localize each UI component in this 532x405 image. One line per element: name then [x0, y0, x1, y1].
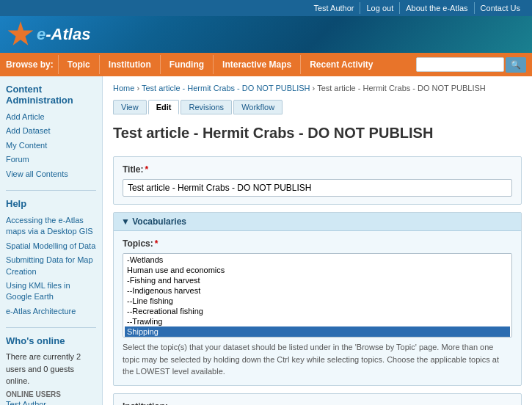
topics-help-text: Select the topic(s) that your dataset sh… [123, 341, 512, 378]
title-input[interactable] [123, 179, 512, 197]
breadcrumb-article[interactable]: Test article - Hermit Crabs - DO NOT PUB… [142, 84, 310, 92]
sidebar-divider-2 [6, 327, 96, 328]
online-user-1[interactable]: Test Author [6, 398, 96, 405]
breadcrumb-home[interactable]: Home [113, 84, 134, 92]
help-kml-link[interactable]: Using KML files in Google Earth [6, 279, 96, 304]
breadcrumb: Home › Test article - Hermit Crabs - DO … [113, 84, 522, 92]
content-area: Home › Test article - Hermit Crabs - DO … [103, 76, 532, 405]
title-label: Title:* [123, 164, 512, 175]
help-submit-data-link[interactable]: Submitting Data for Map Creation [6, 253, 96, 279]
logo-e: e [37, 25, 45, 43]
nav-institution[interactable]: Institution [99, 55, 160, 74]
main-layout: Content Administration Add Article Add D… [0, 76, 532, 405]
vocab-header[interactable]: ▼ Vocabularies [114, 213, 521, 231]
vocabularies-section: ▼ Vocabularies Topics:* --Sharks-Turtles… [113, 212, 522, 386]
page-title: Test article - Hermit Crabs - DO NOT PUB… [113, 125, 522, 146]
vocab-body: Topics:* --Sharks-Turtles-WetlandsHuman … [114, 231, 521, 385]
content-admin-title: Content Administration [6, 84, 96, 106]
header: e-Atlas [0, 16, 532, 53]
help-architecture-link[interactable]: e-Atlas Architecture [6, 304, 96, 318]
breadcrumb-current: Test article - Hermit Crabs - DO NOT PUB… [317, 84, 486, 92]
nav-topic[interactable]: Topic [58, 55, 99, 74]
help-title: Help [6, 198, 96, 209]
my-content-link[interactable]: My Content [6, 139, 96, 153]
logo-text: e-Atlas [37, 25, 90, 44]
sidebar: Content Administration Add Article Add D… [0, 76, 103, 405]
nav-funding[interactable]: Funding [160, 55, 213, 74]
content-admin-section: Content Administration Add Article Add D… [6, 84, 96, 181]
view-all-contents-link[interactable]: View all Contents [6, 167, 96, 181]
whos-online-title: Who's online [6, 335, 96, 346]
search-input[interactable] [416, 57, 504, 72]
test-author-link[interactable]: Test Author [307, 2, 360, 14]
tab-workflow[interactable]: Workflow [233, 100, 283, 114]
about-link[interactable]: About the e-Atlas [400, 2, 474, 14]
online-users-label: ONLINE USERS [6, 390, 96, 398]
logout-link[interactable]: Log out [360, 2, 400, 14]
institution-label: Institution: [123, 401, 512, 406]
title-section: Title:* [113, 156, 522, 205]
edit-tabs: View Edit Revisions Workflow [113, 100, 522, 114]
forum-link[interactable]: Forum [6, 153, 96, 167]
whos-online-section: Who's online There are currently 2 users… [6, 335, 96, 405]
browse-by-label: Browse by: [6, 59, 58, 70]
nav-bar: Browse by: Topic Institution Funding Int… [0, 53, 532, 76]
help-desktop-gis-link[interactable]: Accessing the e-Atlas maps via a Desktop… [6, 214, 96, 239]
sidebar-divider-1 [6, 190, 96, 191]
top-bar: Test Author Log out About the e-Atlas Co… [0, 0, 532, 16]
logo-star-icon [7, 21, 34, 48]
contact-link[interactable]: Contact Us [475, 2, 526, 14]
logo: e-Atlas [7, 21, 90, 48]
add-article-link[interactable]: Add Article [6, 110, 96, 124]
nav-search: 🔍 [416, 57, 526, 73]
topics-label: Topics:* [123, 238, 512, 249]
add-dataset-link[interactable]: Add Dataset [6, 124, 96, 138]
nav-items: Topic Institution Funding Interactive Ma… [58, 55, 416, 74]
tab-revisions[interactable]: Revisions [181, 100, 232, 114]
online-text: There are currently 2 users and 0 guests… [6, 351, 96, 387]
institution-section: Institution: ◯ [113, 393, 522, 406]
topics-select[interactable]: --Sharks-Turtles-WetlandsHuman use and e… [123, 253, 512, 338]
tab-edit[interactable]: Edit [148, 100, 180, 114]
nav-activity[interactable]: Recent Activity [300, 55, 382, 74]
search-button[interactable]: 🔍 [506, 57, 526, 73]
help-spatial-link[interactable]: Spatial Modelling of Data [6, 239, 96, 253]
nav-maps[interactable]: Interactive Maps [213, 55, 300, 74]
help-section: Help Accessing the e-Atlas maps via a De… [6, 198, 96, 318]
tab-view[interactable]: View [113, 100, 147, 114]
